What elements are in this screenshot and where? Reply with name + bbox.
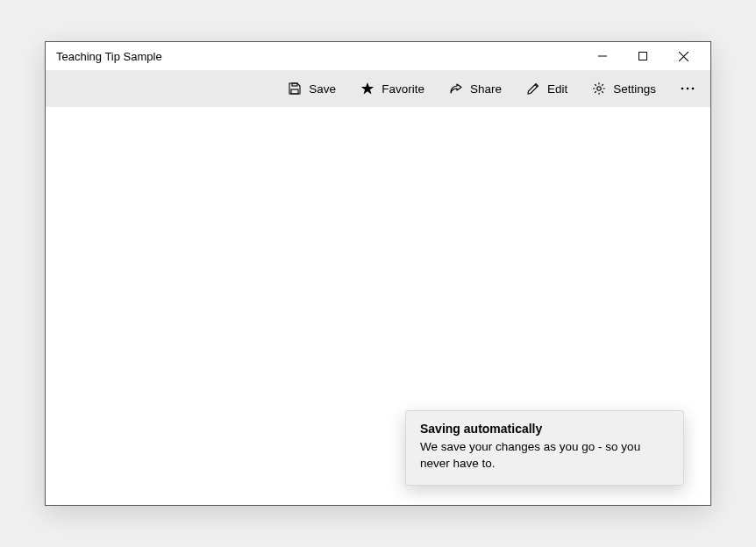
window-controls	[582, 42, 703, 70]
svg-rect-1	[639, 53, 647, 60]
settings-label: Settings	[613, 82, 656, 96]
favorite-button[interactable]: Favorite	[352, 77, 433, 100]
svg-rect-4	[291, 89, 298, 94]
save-label: Save	[309, 82, 336, 96]
edit-label: Edit	[547, 82, 567, 96]
teaching-tip-title: Saving automatically	[420, 422, 669, 436]
svg-rect-5	[292, 83, 297, 86]
content-area: Saving automatically We save your change…	[46, 107, 710, 505]
share-icon	[449, 82, 463, 96]
window-title: Teaching Tip Sample	[56, 50, 582, 63]
pencil-icon	[526, 82, 540, 96]
svg-point-8	[681, 88, 684, 90]
more-button[interactable]	[672, 75, 703, 102]
edit-button[interactable]: Edit	[517, 77, 576, 100]
teaching-tip-body: We save your changes as you go - so you …	[420, 439, 669, 472]
svg-point-9	[687, 88, 689, 90]
gear-icon	[592, 82, 606, 96]
minimize-button[interactable]	[582, 42, 623, 70]
teaching-tip: Saving automatically We save your change…	[405, 410, 684, 486]
command-bar: Save Favorite Share	[46, 70, 710, 107]
app-window: Teaching Tip Sample Save	[45, 41, 711, 506]
close-button[interactable]	[663, 42, 703, 70]
save-button[interactable]: Save	[279, 77, 345, 100]
close-icon	[679, 52, 688, 61]
maximize-button[interactable]	[623, 42, 663, 70]
maximize-icon	[638, 52, 647, 60]
share-label: Share	[470, 82, 502, 96]
minimize-icon	[598, 52, 607, 60]
favorite-label: Favorite	[382, 82, 424, 96]
more-icon	[681, 87, 695, 90]
settings-button[interactable]: Settings	[583, 77, 665, 100]
titlebar: Teaching Tip Sample	[46, 42, 710, 70]
star-icon	[360, 82, 374, 96]
save-icon	[288, 82, 302, 96]
svg-point-10	[692, 88, 695, 90]
svg-point-7	[597, 87, 601, 90]
share-button[interactable]: Share	[440, 77, 510, 100]
